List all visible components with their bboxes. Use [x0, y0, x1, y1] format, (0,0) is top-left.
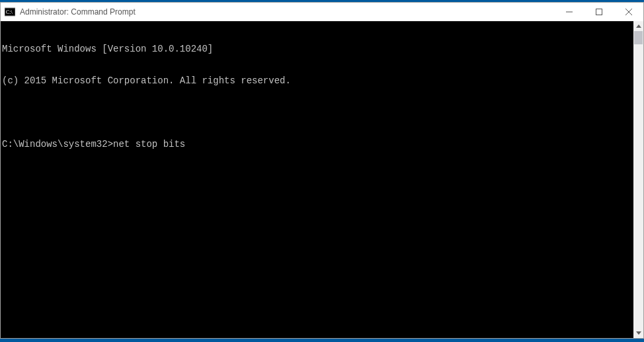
scrollbar-track[interactable] [633, 31, 643, 328]
svg-marker-6 [636, 24, 641, 28]
prompt-path: C:\Windows\system32> [2, 139, 113, 150]
command-prompt-window: C:\ Administrator: Command Prompt Micros… [0, 2, 644, 339]
vertical-scrollbar[interactable] [633, 21, 643, 338]
output-line: Microsoft Windows [Version 10.0.10240] [2, 44, 633, 54]
cmd-icon: C:\ [5, 7, 15, 17]
scroll-up-arrow-icon[interactable] [633, 21, 643, 31]
svg-rect-3 [596, 9, 602, 15]
terminal-output[interactable]: Microsoft Windows [Version 10.0.10240] (… [1, 21, 633, 338]
window-controls [554, 3, 643, 21]
svg-text:C:\: C:\ [6, 9, 13, 15]
close-button[interactable] [614, 3, 643, 21]
minimize-button[interactable] [554, 3, 584, 21]
output-line: (c) 2015 Microsoft Corporation. All righ… [2, 75, 633, 86]
svg-marker-7 [636, 331, 641, 335]
titlebar[interactable]: C:\ Administrator: Command Prompt [1, 3, 643, 21]
prompt-line: C:\Windows\system32>net stop bits [2, 139, 633, 150]
maximize-button[interactable] [584, 3, 614, 21]
terminal-area: Microsoft Windows [Version 10.0.10240] (… [1, 21, 643, 338]
scroll-down-arrow-icon[interactable] [633, 328, 643, 338]
command-input[interactable]: net stop bits [113, 139, 185, 150]
scrollbar-thumb[interactable] [634, 31, 643, 44]
output-line [2, 107, 633, 118]
window-title: Administrator: Command Prompt [20, 7, 554, 17]
